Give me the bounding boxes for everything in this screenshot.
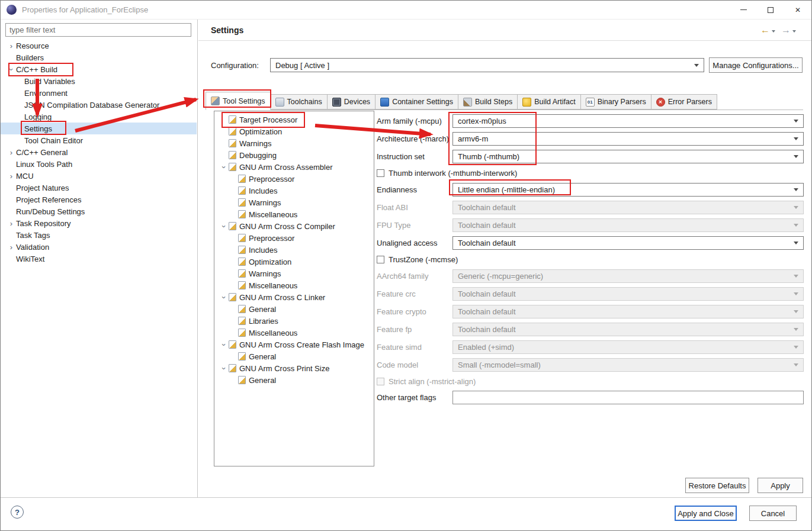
cancel-button[interactable]: Cancel bbox=[749, 506, 797, 521]
tool-tree-item[interactable]: GNU Arm Cross Create Flash Image bbox=[214, 339, 374, 350]
configuration-dropdown[interactable]: Debug [ Active ] bbox=[270, 58, 704, 72]
apply-and-close-button[interactable]: Apply and Close bbox=[675, 506, 737, 521]
chevron-down-icon bbox=[794, 275, 798, 278]
forward-dropdown-icon[interactable] bbox=[792, 30, 796, 33]
expand-arrow-icon[interactable] bbox=[7, 220, 16, 227]
tab[interactable]: Container Settings bbox=[375, 94, 458, 110]
tool-tree-item-label: Includes bbox=[249, 186, 277, 195]
tool-tree-item[interactable]: Warnings bbox=[214, 137, 374, 149]
tool-tree-item[interactable]: Miscellaneous bbox=[214, 327, 374, 339]
dropdown-value: Thumb (-mthumb) bbox=[458, 152, 789, 161]
sidebar-item[interactable]: MCU bbox=[1, 170, 197, 182]
binary-parsers-icon bbox=[586, 98, 595, 107]
sidebar-item[interactable]: Settings bbox=[1, 123, 197, 134]
tool-tree-item[interactable]: Debugging bbox=[214, 149, 374, 161]
expand-arrow-icon[interactable] bbox=[7, 66, 16, 73]
tool-tree-item[interactable]: Preprocessor bbox=[214, 232, 374, 244]
tool-tree-item-label: Preprocessor bbox=[249, 175, 294, 184]
tool-tree-item[interactable]: Target Processor bbox=[214, 114, 374, 125]
chevron-down-icon bbox=[794, 292, 798, 295]
sidebar-item[interactable]: Project References bbox=[1, 194, 197, 205]
tool-tree-item[interactable]: Miscellaneous bbox=[214, 279, 374, 291]
sidebar-item[interactable]: Run/Debug Settings bbox=[1, 205, 197, 217]
tool-tree-item[interactable]: GNU Arm Cross C Compiler bbox=[214, 220, 374, 232]
tab[interactable]: Binary Parsers bbox=[580, 94, 651, 110]
text-field[interactable] bbox=[452, 391, 804, 404]
sidebar-item[interactable]: Task Repository bbox=[1, 217, 197, 229]
tab[interactable]: Error Parsers bbox=[651, 94, 717, 110]
sidebar-item-label: JSON Compilation Database Generator bbox=[24, 101, 159, 110]
sidebar-item[interactable]: WikiText bbox=[1, 253, 197, 265]
back-dropdown-icon[interactable] bbox=[772, 30, 775, 33]
sidebar-item[interactable]: Builders bbox=[1, 52, 197, 63]
tool-tree-item[interactable]: Includes bbox=[214, 244, 374, 256]
minimize-button[interactable] bbox=[730, 1, 757, 19]
restore-defaults-button[interactable]: Restore Defaults bbox=[685, 478, 749, 493]
field-label: Instruction set bbox=[377, 152, 452, 161]
tool-tree-item[interactable]: Optimization bbox=[214, 125, 374, 137]
tool-tree-item[interactable]: Preprocessor bbox=[214, 173, 374, 185]
tool-tree-item[interactable]: General bbox=[214, 303, 374, 315]
forward-arrow-icon[interactable] bbox=[781, 25, 791, 36]
tool-tree-item[interactable]: GNU Arm Cross C Linker bbox=[214, 291, 374, 303]
sidebar-item[interactable]: Environment bbox=[1, 87, 197, 99]
expand-arrow-icon[interactable] bbox=[7, 149, 16, 156]
tab[interactable]: Build Steps bbox=[458, 94, 518, 110]
dropdown[interactable]: Toolchain default bbox=[452, 236, 804, 250]
expand-arrow-icon[interactable] bbox=[219, 365, 229, 372]
dropdown[interactable]: Little endian (-mlittle-endian) bbox=[452, 183, 804, 197]
sidebar-item-label: Run/Debug Settings bbox=[16, 207, 85, 216]
sidebar-item[interactable]: Project Natures bbox=[1, 182, 197, 194]
tool-tree-item[interactable]: General bbox=[214, 350, 374, 362]
help-button[interactable]: ? bbox=[11, 506, 24, 519]
expand-arrow-icon[interactable] bbox=[7, 243, 16, 251]
tool-tree-item[interactable]: Optimization bbox=[214, 256, 374, 268]
expand-arrow-icon[interactable] bbox=[7, 172, 16, 180]
sidebar-item[interactable]: Logging bbox=[1, 111, 197, 123]
tool-tree-item[interactable]: GNU Arm Cross Print Size bbox=[214, 362, 374, 374]
sidebar-item[interactable]: Tool Chain Editor bbox=[1, 134, 197, 146]
apply-button[interactable]: Apply bbox=[758, 478, 803, 493]
expand-arrow-icon[interactable] bbox=[7, 42, 16, 50]
tab[interactable]: Build Artifact bbox=[517, 94, 580, 110]
filter-input[interactable] bbox=[5, 23, 191, 37]
sidebar-item[interactable]: Validation bbox=[1, 241, 197, 253]
dropdown[interactable]: Thumb (-mthumb) bbox=[452, 150, 804, 163]
dropdown[interactable]: cortex-m0plus bbox=[452, 114, 804, 128]
dropdown[interactable]: armv6-m bbox=[452, 132, 804, 146]
tool-tree-item[interactable]: Warnings bbox=[214, 197, 374, 208]
history-nav bbox=[760, 25, 802, 36]
sidebar-item-label: Settings bbox=[24, 124, 52, 133]
expand-arrow-icon[interactable] bbox=[219, 223, 229, 230]
sidebar-item[interactable]: JSON Compilation Database Generator bbox=[1, 99, 197, 111]
tool-tree-item[interactable]: General bbox=[214, 374, 374, 386]
tab[interactable]: Devices bbox=[327, 94, 375, 110]
dropdown-value: cortex-m0plus bbox=[458, 117, 789, 125]
sidebar-item[interactable]: Linux Tools Path bbox=[1, 158, 197, 170]
tool-tree-item[interactable]: GNU Arm Cross Assembler bbox=[214, 161, 374, 173]
tab[interactable]: Tool Settings bbox=[206, 92, 271, 110]
checkbox[interactable] bbox=[377, 169, 384, 177]
maximize-button[interactable] bbox=[757, 1, 784, 19]
tool-tree-item[interactable]: Libraries bbox=[214, 315, 374, 327]
manage-configurations-button[interactable]: Manage Configurations... bbox=[709, 57, 803, 73]
sidebar-item[interactable]: Task Tags bbox=[1, 229, 197, 241]
tool-tree-item[interactable]: Includes bbox=[214, 185, 374, 197]
sidebar-item[interactable]: Build Variables bbox=[1, 75, 197, 87]
settings-page-icon bbox=[229, 293, 236, 301]
checkbox[interactable] bbox=[377, 256, 384, 263]
sidebar-item[interactable]: C/C++ General bbox=[1, 146, 197, 158]
chevron-down-icon bbox=[794, 137, 798, 140]
expand-arrow-icon[interactable] bbox=[219, 294, 229, 301]
chevron-down-icon bbox=[694, 64, 699, 67]
close-button[interactable] bbox=[784, 1, 811, 19]
tab[interactable]: Toolchains bbox=[270, 94, 328, 110]
settings-page-icon bbox=[229, 139, 236, 147]
expand-arrow-icon[interactable] bbox=[219, 163, 229, 171]
tool-tree-item[interactable]: Miscellaneous bbox=[214, 208, 374, 220]
tool-tree-item[interactable]: Warnings bbox=[214, 268, 374, 279]
back-arrow-icon[interactable] bbox=[760, 25, 770, 36]
expand-arrow-icon[interactable] bbox=[219, 341, 229, 349]
sidebar-item[interactable]: Resource bbox=[1, 40, 197, 52]
sidebar-item[interactable]: C/C++ Build bbox=[1, 63, 197, 75]
